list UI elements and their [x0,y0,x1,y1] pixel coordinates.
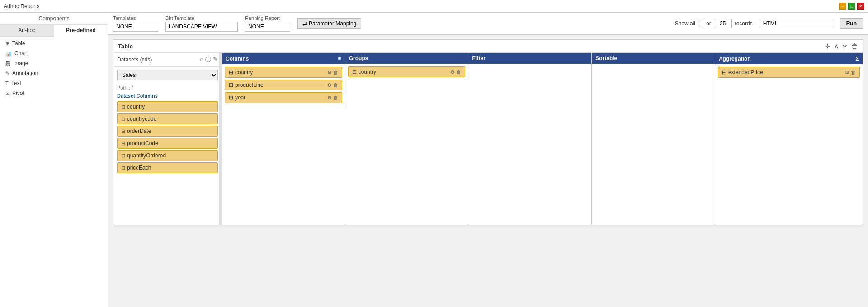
settings-icon[interactable]: ⚙ [450,69,455,75]
dataset-icons: ⌂ ⓘ ✎ [200,56,218,64]
scissors-button[interactable]: ✂ [841,43,849,50]
templates-select[interactable]: NONE [113,22,158,32]
columns-zone: Columns ≡ ⊟ country ⚙ [222,53,345,225]
sidebar-tabs: Ad-hoc Pre-defined [0,25,108,37]
list-item[interactable]: ⊟ productCode [117,138,218,149]
dataset-path: Path : / [113,83,222,92]
sidebar-item-annotation[interactable]: ✎ Annotation [0,68,108,78]
title-bar: Adhoc Reports − □ ✕ [0,0,868,13]
settings-icon[interactable]: ⚙ [327,95,332,101]
list-item[interactable]: ⊟ orderDate [117,126,218,137]
maximize-button[interactable]: □ [848,3,855,10]
trash-icon[interactable]: 🗑 [333,70,338,76]
tab-predefined[interactable]: Pre-defined [54,25,108,37]
edit-icon[interactable]: ✎ [213,56,218,64]
col-label: priceEach [127,165,151,171]
info-icon[interactable]: ⓘ [205,56,211,64]
sortable-zone-header: Sortable [592,53,715,64]
columns-zone-title: Columns [226,56,249,62]
aggregation-zone-title: Aggregation [719,56,751,62]
trash-icon[interactable]: 🗑 [333,95,338,101]
pivot-icon: ⊡ [5,90,9,96]
dataset-select[interactable]: Sales [117,70,218,80]
dataset-columns-label: Dataset Columns [113,92,222,100]
move-up-button[interactable]: ∧ [833,43,840,50]
dataset-selector: Sales [117,70,218,80]
settings-icon[interactable]: ⚙ [327,70,332,76]
templates-group: Templates NONE [113,15,158,32]
format-select[interactable]: HTML [760,19,832,28]
agg-item-icon: ⊟ [722,69,726,76]
col-icon: ⊟ [121,153,125,159]
add-section-button[interactable]: ✛ [824,43,831,50]
drop-item[interactable]: ⊟ country ⚙ 🗑 [225,67,342,78]
show-all-checkbox[interactable] [698,21,703,26]
sidebar-item-annotation-label: Annotation [12,70,38,76]
col-item-label: productLine [235,82,264,88]
sidebar-item-pivot-label: Pivot [12,90,24,96]
filter-zone-title: Filter [472,55,485,61]
param-mapping-button[interactable]: ⇄ Parameter Mapping [297,18,361,29]
sidebar-item-pivot[interactable]: ⊡ Pivot [0,88,108,98]
col-icon: ⊟ [121,141,125,146]
col-icon: ⊟ [121,116,125,122]
records-input[interactable] [714,19,732,28]
aggregation-zone-content: ⊟ extendedPrice ⚙ 🗑 [715,64,863,225]
dataset-header: Datasets (cds) ⌂ ⓘ ✎ [113,53,222,67]
trash-icon[interactable]: 🗑 [456,69,461,75]
drop-item[interactable]: ⊟ country ⚙ 🗑 [348,66,466,77]
sidebar-item-table-label: Table [12,40,25,47]
settings-icon[interactable]: ⚙ [327,82,332,88]
minimize-button[interactable]: − [839,3,846,10]
show-all-group: Show all or records [675,19,753,28]
sidebar-item-chart[interactable]: 📊 Chart [0,48,108,58]
trash-icon[interactable]: 🗑 [333,82,338,88]
app-title: Adhoc Reports [4,3,39,9]
running-report-select[interactable]: NONE [245,22,290,32]
content-area: Templates NONE Birt Template LANDSCAPE V… [108,13,868,307]
resize-handle[interactable] [219,53,222,225]
sidebar-item-image[interactable]: 🖼 Image [0,58,108,68]
col-icon: ⊟ [121,165,125,171]
filter-zone: Filter [468,53,592,225]
delete-section-button[interactable]: 🗑 [850,43,859,50]
image-icon: 🖼 [5,61,10,66]
dataset-title: Datasets (cds) [117,57,152,63]
format-group: HTML [760,19,832,28]
running-report-label: Running Report [245,15,290,21]
close-button[interactable]: ✕ [857,3,864,10]
tab-adhoc[interactable]: Ad-hoc [0,25,54,36]
columns-zone-content: ⊟ country ⚙ 🗑 ⊟ [222,64,345,225]
trash-icon[interactable]: 🗑 [851,70,856,76]
window-controls: − □ ✕ [839,3,864,10]
list-item[interactable]: ⊟ priceEach [117,162,218,173]
drop-item[interactable]: ⊟ extendedPrice ⚙ 🗑 [718,67,860,78]
sidebar-item-text[interactable]: T Text [0,78,108,88]
groups-zone: Groups ⊟ country ⚙ 🗑 [345,53,469,225]
col-label: country [127,104,145,110]
running-report-group: Running Report NONE [245,15,290,32]
col-label: countrycode [127,116,156,122]
sidebar-item-table[interactable]: ⊞ Table [0,38,108,48]
birt-template-select[interactable]: LANDSCAPE VIEW [165,22,238,32]
list-item[interactable]: ⊟ country [117,101,218,112]
run-button[interactable]: Run [840,18,863,29]
filter-zone-content [468,64,591,225]
list-item[interactable]: ⊟ quantityOrdered [117,150,218,161]
groups-zone-content: ⊟ country ⚙ 🗑 [345,64,468,225]
drop-item[interactable]: ⊟ year ⚙ 🗑 [225,92,342,103]
drop-item[interactable]: ⊟ productLine ⚙ 🗑 [225,80,342,90]
col-item-label: country [235,69,253,76]
columns-menu-icon[interactable]: ≡ [338,55,341,62]
list-item[interactable]: ⊟ countrycode [117,113,218,124]
birt-template-label: Birt Template [165,15,238,21]
text-icon: T [5,80,9,86]
sigma-icon: Σ [855,55,859,62]
agg-item-label: extendedPrice [728,69,763,76]
or-label: or [706,20,711,27]
home-icon[interactable]: ⌂ [200,56,203,64]
settings-icon[interactable]: ⚙ [845,70,849,76]
col-label: quantityOrdered [127,152,166,159]
templates-label: Templates [113,15,158,21]
col-item-label: year [235,94,245,101]
